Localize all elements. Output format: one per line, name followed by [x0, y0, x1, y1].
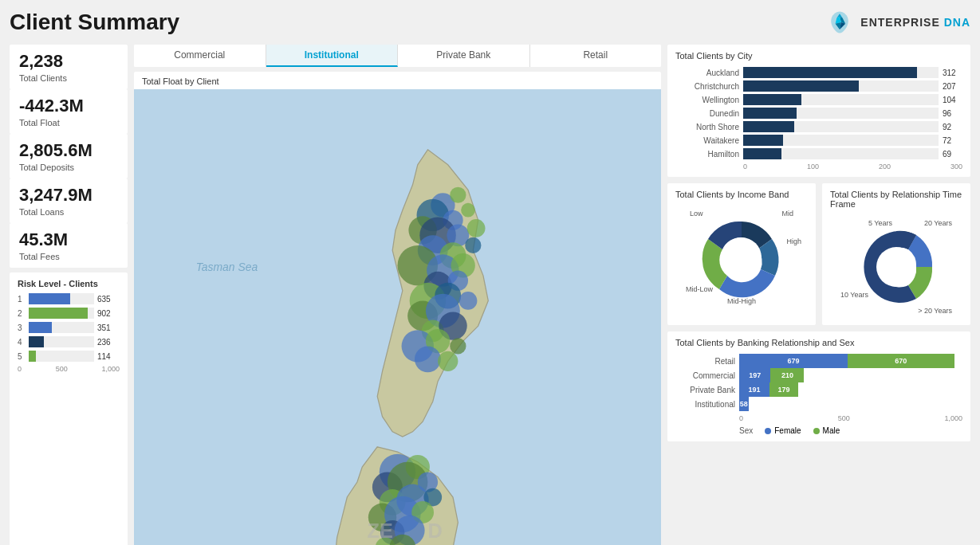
banking-bar-male: 210 [770, 368, 804, 382]
kpi-value: 45.3M [19, 229, 118, 250]
city-bar-value: 69 [943, 150, 962, 159]
city-bar-value: 72 [943, 136, 962, 145]
logo-icon [825, 8, 854, 37]
city-bar-fill [743, 94, 801, 105]
banking-chart-box: Total Clients by Banking Relationship an… [667, 331, 970, 441]
tab-item-commercial[interactable]: Commercial [134, 45, 266, 67]
kpi-value: -442.3M [19, 96, 118, 116]
risk-value: 351 [97, 323, 120, 332]
page-title: Client Summary [10, 10, 179, 35]
city-bar-track [743, 80, 939, 92]
risk-bar-fill [29, 322, 52, 333]
risk-bar-track [29, 351, 94, 362]
banking-bars-track: 197 210 [739, 368, 962, 382]
map-title: Total Float by Client [134, 72, 661, 89]
banking-bar-male: 670 [848, 354, 954, 368]
income-chart-box: Total Clients by Income Band Low [667, 183, 816, 325]
banking-bars-track: 679 670 [739, 354, 962, 368]
banking-bars-track: 191 179 [739, 382, 962, 397]
kpi-box: 3,247.9MTotal Loans [10, 178, 128, 223]
risk-bar-fill [29, 293, 70, 304]
risk-bar-fill [29, 351, 36, 362]
banking-label: Institutional [675, 400, 735, 409]
city-bar-value: 312 [943, 69, 962, 77]
city-bars: Auckland 312 Christchurch 207 Wellington… [675, 67, 962, 159]
risk-row: 3 351 [18, 322, 120, 333]
city-bar-value: 92 [943, 123, 962, 131]
risk-bar-track [29, 293, 94, 304]
risk-bar-track [29, 322, 94, 333]
tab-item-retail[interactable]: Retail [530, 45, 662, 67]
risk-level-label: 5 [18, 352, 26, 361]
city-bar-fill [743, 67, 917, 78]
risk-bar-track [29, 336, 94, 347]
male-legend: Male [813, 426, 840, 435]
city-bar-track [743, 148, 939, 159]
svg-text:Tasman Sea: Tasman Sea [196, 261, 258, 273]
svg-point-21 [459, 292, 478, 310]
banking-label: Commercial [675, 371, 735, 380]
banking-bar-row: Commercial 197 210 [675, 368, 962, 382]
svg-point-3 [450, 187, 466, 203]
risk-axis: 0 500 1,000 [18, 365, 120, 373]
kpi-value: 2,238 [19, 51, 118, 72]
banking-bars: Retail 679 670 Commercial 197 210 Privat… [675, 354, 962, 411]
risk-title: Risk Level - Clients [18, 279, 120, 288]
banking-bar-female: 197 [739, 368, 770, 382]
city-bar-track [743, 108, 939, 119]
kpi-box: 2,238Total Clients [10, 45, 128, 89]
kpi-label: Total Clients [19, 73, 118, 83]
map-panel: Total Float by Client Tasman Sea [134, 72, 661, 545]
city-bar-value: 207 [943, 82, 962, 91]
risk-box: Risk Level - Clients 1 635 2 902 3 351 4… [10, 272, 128, 545]
risk-level-label: 2 [18, 309, 26, 318]
city-bar-row: Dunedin 96 [675, 108, 962, 119]
banking-bars-track: 58 [739, 397, 962, 411]
map-svg: Tasman Sea [134, 89, 661, 545]
svg-point-10 [467, 219, 486, 237]
city-bar-value: 104 [943, 96, 962, 104]
city-bar-fill [743, 108, 797, 119]
risk-row: 4 236 [18, 336, 120, 347]
banking-label: Private Bank [675, 386, 735, 394]
risk-bar-fill [29, 336, 44, 347]
banking-bar-row: Institutional 58 [675, 397, 962, 411]
center-panel: CommercialInstitutionalPrivate BankRetai… [134, 45, 661, 545]
city-label: Auckland [675, 69, 739, 77]
right-panel: Total Clients by City Auckland 312 Chris… [667, 45, 970, 545]
kpi-label: Total Float [19, 118, 118, 127]
income-chart-title: Total Clients by Income Band [675, 190, 808, 199]
banking-bar-female: 191 [739, 382, 769, 397]
tab-item-private-bank[interactable]: Private Bank [398, 45, 530, 67]
city-label: Christchurch [675, 82, 739, 91]
svg-point-28 [450, 338, 466, 354]
city-bar-fill [743, 135, 783, 146]
kpi-box: 2,805.6MTotal Deposits [10, 134, 128, 178]
risk-bar-track [29, 308, 94, 319]
risk-row: 5 114 [18, 351, 120, 362]
tab-item-institutional[interactable]: Institutional [266, 45, 399, 67]
relationship-chart-box: Total Clients by Relationship Time Frame… [822, 183, 970, 325]
risk-value: 236 [97, 338, 120, 347]
city-chart-box: Total Clients by City Auckland 312 Chris… [667, 45, 970, 177]
banking-bar-male: 179 [769, 382, 798, 397]
risk-value: 114 [97, 352, 120, 361]
svg-point-13 [465, 237, 481, 253]
left-panel: 2,238Total Clients-442.3MTotal Float2,80… [10, 45, 128, 545]
city-bar-track [743, 135, 939, 146]
city-bar-track [743, 94, 939, 105]
risk-level-label: 4 [18, 338, 26, 347]
female-legend: Female [765, 426, 801, 435]
svg-text:ZE: ZE [368, 520, 393, 542]
kpi-value: 2,805.6M [19, 140, 118, 161]
risk-value: 635 [97, 295, 120, 304]
sex-legend: Sex Female Male [739, 426, 962, 435]
risk-row: 1 635 [18, 293, 120, 304]
city-label: North Shore [675, 123, 739, 131]
city-bar-row: Wellington 104 [675, 94, 962, 105]
svg-point-51 [722, 237, 762, 277]
kpi-label: Total Deposits [19, 163, 118, 172]
risk-level-label: 1 [18, 295, 26, 304]
kpi-value: 3,247.9M [19, 185, 118, 206]
city-label: Waitakere [675, 136, 739, 145]
